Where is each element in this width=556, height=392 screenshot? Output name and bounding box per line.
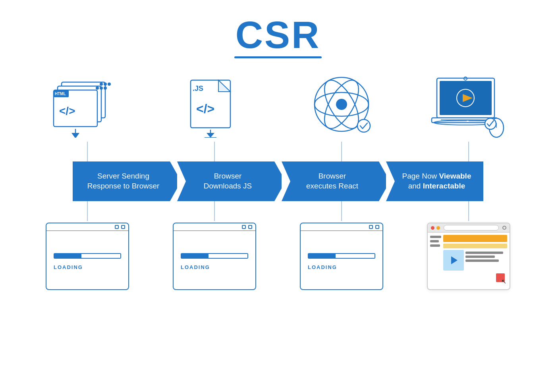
arrow-label-3: Browserexecutes React <box>306 171 358 191</box>
arrow-label-4: Page Now Viewableand Interactable <box>402 171 471 191</box>
svg-point-31 <box>357 119 370 132</box>
loading-bar-1 <box>54 253 121 259</box>
bottom-row: LOADING LOADING <box>0 223 556 290</box>
loading-bar-2 <box>181 253 248 259</box>
vert-line-b4 <box>468 201 469 221</box>
arrow-box-4: Page Now Viewableand Interactable <box>386 161 483 201</box>
diagram: HTML </> <box>0 70 556 306</box>
title-underline <box>234 56 322 58</box>
vert-line-b3 <box>341 201 342 221</box>
html-files-icon: HTML </> <box>44 70 131 142</box>
browser-titlebar-1 <box>46 223 128 231</box>
browser-dot-1b <box>121 225 125 229</box>
arrow-box-1: Server SendingResponse to Browser <box>73 161 170 201</box>
vert-lines-row <box>0 201 556 221</box>
bv-sidebar <box>430 235 441 287</box>
vert-line-4 <box>468 142 469 161</box>
bv-dot-red <box>431 226 434 230</box>
arrows-row: Server SendingResponse to Browser Browse… <box>0 161 556 201</box>
browser-body-1: LOADING <box>46 231 128 289</box>
browser-col-1: LOADING <box>32 223 143 290</box>
step-col-1: HTML </> <box>32 70 143 161</box>
bv-dot-yellow <box>436 226 440 230</box>
vert-col-1 <box>32 201 143 221</box>
loading-bar-empty-1 <box>81 253 121 259</box>
arrow-box-3: Browserexecutes React <box>282 161 379 201</box>
browser-col-3: LOADING <box>286 223 397 290</box>
browser-dot-1a <box>115 225 119 229</box>
vert-line-2 <box>214 142 215 161</box>
arrow-label-1: Server SendingResponse to Browser <box>87 171 160 191</box>
svg-marker-17 <box>71 133 79 138</box>
loading-label-3: LOADING <box>308 264 375 270</box>
vert-col-2 <box>159 201 270 221</box>
loading-bar-fill-1 <box>54 253 81 259</box>
vert-line-b1 <box>87 201 88 221</box>
svg-text:HTML: HTML <box>55 92 66 96</box>
loading-bar-empty-2 <box>208 253 248 259</box>
arrow-box-2: BrowserDownloads JS <box>177 161 274 201</box>
svg-marker-24 <box>207 133 214 138</box>
loading-bar-3 <box>308 253 375 259</box>
vert-col-3 <box>286 201 397 221</box>
browser-titlebar-3 <box>301 223 382 231</box>
step-col-2: .JS </> <box>159 70 270 161</box>
play-btn <box>451 256 458 264</box>
vert-line-1 <box>87 142 88 161</box>
browser-dot-3b <box>375 225 379 229</box>
js-file-icon: .JS </> <box>171 70 258 142</box>
bv-video <box>443 250 464 271</box>
cursor-icon: ↖ <box>501 278 506 285</box>
browser-dot-3a <box>369 225 373 229</box>
loading-bar-fill-3 <box>308 253 336 259</box>
svg-point-5 <box>108 83 111 86</box>
bv-banner <box>443 235 507 242</box>
bv-banner2 <box>443 244 507 248</box>
loading-browser-1: LOADING <box>46 223 129 290</box>
step-col-3 <box>286 70 397 161</box>
svg-point-10 <box>100 86 103 90</box>
loading-label-1: LOADING <box>54 264 121 270</box>
viewable-browser: ↖ <box>427 223 510 290</box>
bv-text-line-3 <box>465 259 499 262</box>
svg-point-11 <box>104 86 107 90</box>
bv-sidebar-line-1 <box>430 236 441 238</box>
svg-text:.JS: .JS <box>193 85 203 92</box>
svg-point-44 <box>485 118 496 129</box>
bv-text-line-2 <box>465 256 495 258</box>
loading-bar-fill-2 <box>181 253 208 259</box>
bv-text-line-1 <box>465 252 503 254</box>
step-col-4 <box>413 70 524 161</box>
bv-sidebar-line-3 <box>430 244 440 247</box>
loading-browser-3: LOADING <box>300 223 383 290</box>
browser-body-3: LOADING <box>301 231 382 289</box>
react-atom-icon <box>298 70 385 142</box>
svg-text:</>: </> <box>196 102 214 116</box>
svg-point-4 <box>104 83 107 86</box>
bv-sidebar-line-2 <box>430 240 439 242</box>
vert-line-b2 <box>214 201 215 221</box>
title-section: CSR <box>234 16 322 58</box>
browser-col-4: ↖ <box>413 223 524 290</box>
vert-col-4 <box>413 201 524 221</box>
bv-searchbar <box>444 225 499 231</box>
page-title: CSR <box>234 16 322 54</box>
browser-col-2: LOADING <box>159 223 270 290</box>
loading-bar-empty-3 <box>336 253 375 259</box>
browser-titlebar-2 <box>174 223 255 231</box>
icons-row: HTML </> <box>0 70 556 161</box>
arrow-label-2: BrowserDownloads JS <box>204 171 252 191</box>
laptop-icon <box>425 70 512 142</box>
svg-point-9 <box>96 86 99 90</box>
svg-text:</>: </> <box>59 105 75 117</box>
bv-titlebar <box>428 223 510 233</box>
loading-browser-2: LOADING <box>173 223 256 290</box>
loading-label-2: LOADING <box>181 264 248 270</box>
browser-dot-2a <box>242 225 246 229</box>
svg-point-30 <box>336 99 347 110</box>
svg-point-3 <box>100 83 103 86</box>
browser-body-2: LOADING <box>174 231 255 289</box>
browser-dot-2b <box>248 225 252 229</box>
bv-search-icon <box>502 226 506 230</box>
vert-line-3 <box>341 142 342 161</box>
